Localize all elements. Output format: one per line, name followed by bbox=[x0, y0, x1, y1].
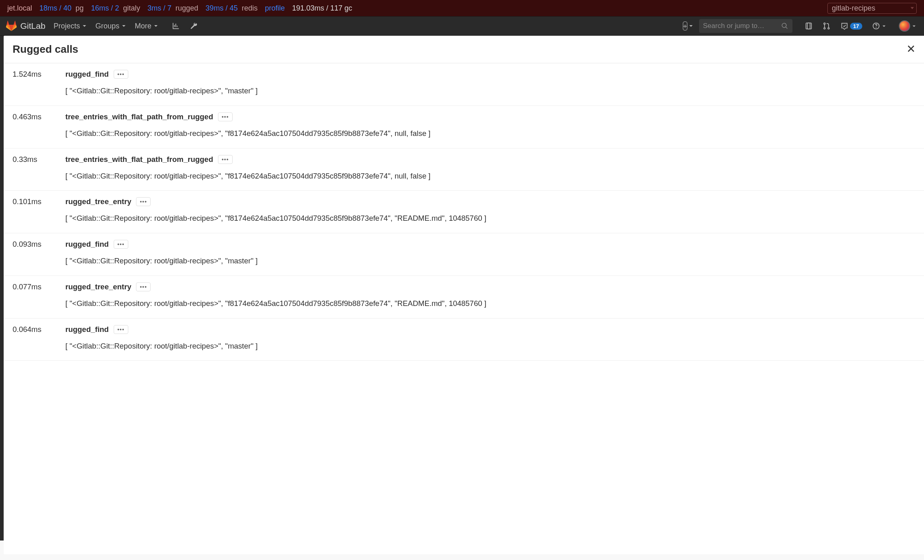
perf-metric-redis[interactable]: 39ms / 45 redis bbox=[205, 4, 257, 13]
perf-project-picker[interactable]: gitlab-recipes bbox=[827, 3, 917, 14]
performance-bar: jet.local 18ms / 40 pg 16ms / 2 gitaly 3… bbox=[0, 0, 924, 16]
nav-merge-requests-icon[interactable] bbox=[823, 22, 831, 30]
modal-header: Rugged calls bbox=[4, 36, 924, 63]
call-method-name: rugged_tree_entry bbox=[65, 197, 131, 206]
call-row: 0.33ms tree_entries_with_flat_path_from_… bbox=[4, 149, 924, 191]
call-row: 0.077ms rugged_tree_entry ••• [ "<Gitlab… bbox=[4, 276, 924, 319]
call-expand-button[interactable]: ••• bbox=[114, 70, 128, 79]
svg-point-6 bbox=[876, 27, 877, 28]
call-duration: 0.064ms bbox=[13, 325, 65, 352]
svg-rect-0 bbox=[806, 23, 810, 29]
call-arguments: [ "<Gitlab::Git::Repository: root/gitlab… bbox=[65, 170, 915, 182]
call-expand-button[interactable]: ••• bbox=[114, 240, 128, 249]
call-expand-button[interactable]: ••• bbox=[114, 325, 128, 334]
chevron-down-icon bbox=[882, 24, 886, 28]
chevron-down-icon bbox=[912, 24, 916, 28]
call-row: 0.093ms rugged_find ••• [ "<Gitlab::Git:… bbox=[4, 233, 924, 276]
close-icon bbox=[907, 45, 915, 53]
call-row: 0.101ms rugged_tree_entry ••• [ "<Gitlab… bbox=[4, 191, 924, 233]
perf-metric-rugged[interactable]: 3ms / 7 rugged bbox=[147, 4, 198, 13]
call-arguments: [ "<Gitlab::Git::Repository: root/gitlab… bbox=[65, 340, 915, 352]
call-method-name: rugged_tree_entry bbox=[65, 282, 131, 291]
call-method-name: rugged_find bbox=[65, 70, 109, 79]
gitlab-logo[interactable]: GitLab bbox=[3, 20, 45, 32]
call-expand-button[interactable]: ••• bbox=[136, 282, 151, 291]
call-method-name: rugged_find bbox=[65, 240, 109, 249]
nav-todos[interactable]: 17 bbox=[840, 22, 862, 30]
call-duration: 0.077ms bbox=[13, 282, 65, 309]
call-duration: 0.101ms bbox=[13, 197, 65, 224]
brand-text: GitLab bbox=[20, 21, 45, 31]
call-duration: 0.093ms bbox=[13, 240, 65, 267]
perf-gc: 191.03ms / 117 gc bbox=[292, 4, 352, 13]
svg-point-2 bbox=[824, 23, 825, 24]
call-duration: 1.524ms bbox=[13, 70, 65, 97]
rugged-calls-modal: Rugged calls 1.524ms rugged_find ••• [ "… bbox=[4, 36, 924, 554]
plus-icon: + bbox=[683, 22, 688, 30]
call-method-name: tree_entries_with_flat_path_from_rugged bbox=[65, 112, 213, 121]
call-row: 1.524ms rugged_find ••• [ "<Gitlab::Git:… bbox=[4, 63, 924, 106]
nav-groups[interactable]: Groups bbox=[95, 22, 126, 30]
perf-metric-pg[interactable]: 18ms / 40 pg bbox=[39, 4, 84, 13]
chevron-down-icon bbox=[154, 24, 158, 28]
svg-rect-1 bbox=[807, 23, 811, 29]
call-arguments: [ "<Gitlab::Git::Repository: root/gitlab… bbox=[65, 85, 915, 97]
user-avatar bbox=[899, 20, 910, 32]
nav-issues-icon[interactable] bbox=[805, 22, 813, 30]
call-duration: 0.463ms bbox=[13, 112, 65, 139]
top-nav: GitLab Projects Groups More + Search or … bbox=[0, 16, 924, 36]
perf-profile-link[interactable]: profile bbox=[265, 4, 285, 13]
global-search[interactable]: Search or jump to… bbox=[699, 19, 792, 33]
chevron-down-icon bbox=[122, 24, 126, 28]
call-expand-button[interactable]: ••• bbox=[136, 197, 151, 206]
svg-point-3 bbox=[824, 28, 825, 29]
call-method-name: rugged_find bbox=[65, 325, 109, 334]
nav-more[interactable]: More bbox=[135, 22, 158, 30]
call-method-name: tree_entries_with_flat_path_from_rugged bbox=[65, 155, 213, 164]
call-expand-button[interactable]: ••• bbox=[218, 112, 233, 121]
search-placeholder: Search or jump to… bbox=[703, 22, 781, 30]
calls-list: 1.524ms rugged_find ••• [ "<Gitlab::Git:… bbox=[4, 63, 924, 554]
call-arguments: [ "<Gitlab::Git::Repository: root/gitlab… bbox=[65, 213, 915, 224]
todo-count-badge: 17 bbox=[850, 23, 862, 30]
perf-metric-gitaly[interactable]: 16ms / 2 gitaly bbox=[91, 4, 140, 13]
call-arguments: [ "<Gitlab::Git::Repository: root/gitlab… bbox=[65, 128, 915, 139]
nav-activity-icon[interactable] bbox=[171, 21, 181, 31]
search-icon bbox=[781, 22, 788, 30]
call-row: 0.064ms rugged_find ••• [ "<Gitlab::Git:… bbox=[4, 319, 924, 361]
modal-close-button[interactable] bbox=[907, 45, 915, 54]
chevron-down-icon bbox=[689, 24, 693, 28]
nav-help-dropdown[interactable] bbox=[872, 22, 886, 30]
call-expand-button[interactable]: ••• bbox=[218, 155, 233, 164]
nav-projects[interactable]: Projects bbox=[54, 22, 86, 30]
modal-title: Rugged calls bbox=[13, 43, 907, 56]
call-arguments: [ "<Gitlab::Git::Repository: root/gitlab… bbox=[65, 298, 915, 309]
perf-host: jet.local bbox=[7, 4, 32, 13]
nav-new-dropdown[interactable]: + bbox=[683, 22, 693, 30]
call-arguments: [ "<Gitlab::Git::Repository: root/gitlab… bbox=[65, 255, 915, 267]
tanuki-icon bbox=[6, 20, 17, 32]
call-row: 0.463ms tree_entries_with_flat_path_from… bbox=[4, 106, 924, 149]
svg-point-4 bbox=[828, 28, 829, 29]
nav-user-menu[interactable] bbox=[896, 20, 916, 32]
nav-admin-wrench-icon[interactable] bbox=[189, 21, 199, 31]
chevron-down-icon bbox=[82, 24, 86, 28]
call-duration: 0.33ms bbox=[13, 155, 65, 182]
